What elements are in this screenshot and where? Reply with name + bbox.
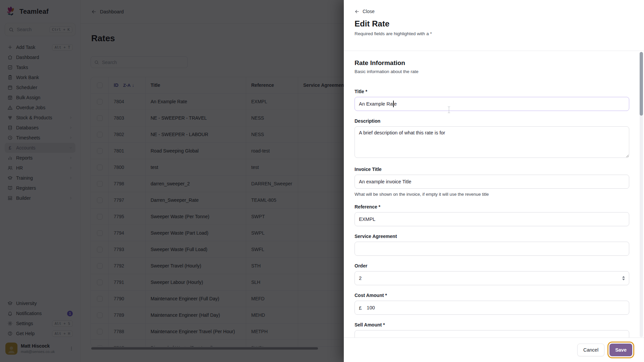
order-label: Order bbox=[355, 263, 629, 268]
panel-subtitle: Required fields are highlighted with a * bbox=[355, 31, 633, 36]
arrow-left-icon bbox=[355, 9, 360, 14]
title-input[interactable] bbox=[355, 97, 629, 111]
close-label: Close bbox=[363, 9, 375, 14]
field-description: Description A brief description of what … bbox=[355, 118, 629, 159]
text-caret bbox=[393, 101, 394, 107]
title-label: Title * bbox=[355, 89, 629, 94]
panel-body: Rate Information Basic information about… bbox=[344, 51, 644, 338]
description-label: Description bbox=[355, 118, 629, 124]
reference-label: Reference * bbox=[355, 204, 629, 209]
field-sell-amount: Sell Amount * bbox=[355, 322, 629, 338]
invoice-title-label: Invoice Title bbox=[355, 167, 629, 172]
service-agreement-input[interactable] bbox=[355, 242, 629, 256]
sell-amount-label: Sell Amount * bbox=[355, 322, 629, 327]
number-stepper-icon[interactable] bbox=[622, 276, 625, 281]
cost-amount-input[interactable] bbox=[367, 301, 625, 314]
description-textarea[interactable]: A brief description of what this rate is… bbox=[355, 126, 629, 158]
ibeam-cursor bbox=[447, 106, 451, 113]
close-button[interactable]: Close bbox=[355, 9, 375, 14]
order-input[interactable] bbox=[355, 271, 629, 285]
field-service-agreement: Service Agreement bbox=[355, 234, 629, 256]
cost-amount-label: Cost Amount * bbox=[355, 293, 629, 298]
section-title: Rate Information bbox=[355, 59, 629, 67]
panel-footer: Cancel Save bbox=[344, 338, 644, 362]
cancel-button[interactable]: Cancel bbox=[577, 344, 604, 356]
panel-title: Edit Rate bbox=[355, 19, 633, 28]
invoice-title-input[interactable] bbox=[355, 175, 629, 189]
field-order: Order bbox=[355, 263, 629, 285]
save-button[interactable]: Save bbox=[609, 344, 632, 356]
sell-amount-input[interactable] bbox=[355, 330, 629, 338]
panel-scrollbar-track[interactable] bbox=[640, 52, 643, 337]
field-invoice-title: Invoice Title What will be shown on the … bbox=[355, 167, 629, 197]
invoice-title-helper: What will be shown on the invoice, if em… bbox=[355, 192, 629, 197]
panel-scrollbar-thumb[interactable] bbox=[640, 52, 643, 116]
reference-input[interactable] bbox=[355, 212, 629, 226]
field-cost-amount: Cost Amount * £ bbox=[355, 293, 629, 315]
section-subtitle: Basic information about the rate bbox=[355, 69, 629, 74]
panel-header: Close Edit Rate Required fields are high… bbox=[344, 0, 644, 51]
field-reference: Reference * bbox=[355, 204, 629, 226]
edit-rate-panel: Close Edit Rate Required fields are high… bbox=[344, 0, 644, 362]
service-agreement-label: Service Agreement bbox=[355, 234, 629, 239]
field-title: Title * bbox=[355, 89, 629, 111]
currency-pound-icon: £ bbox=[359, 305, 362, 311]
